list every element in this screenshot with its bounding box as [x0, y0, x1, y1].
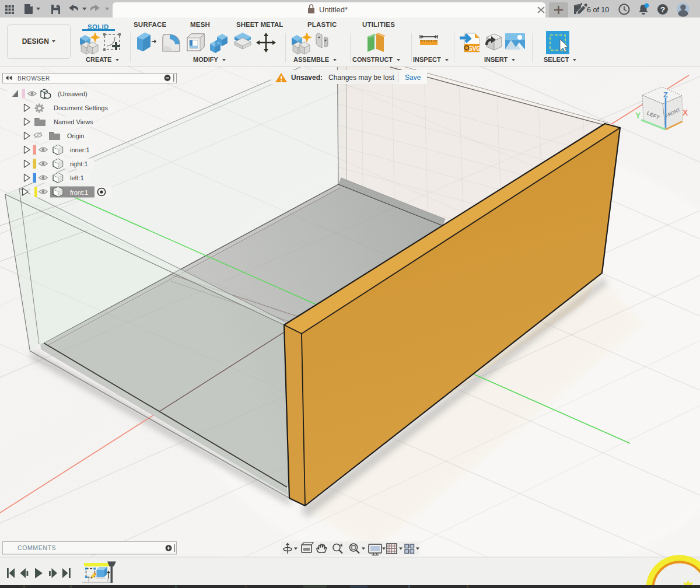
svg-text:Unsaved:: Unsaved:: [291, 74, 323, 82]
svg-text:Untitled*: Untitled*: [319, 5, 348, 14]
svg-text:Changes may be lost: Changes may be lost: [328, 74, 394, 82]
svg-text:(Unsaved): (Unsaved): [58, 90, 88, 97]
svg-text:COMMENTS: COMMENTS: [18, 544, 56, 551]
svg-text:?: ?: [660, 5, 665, 14]
svg-text:6 of 10: 6 of 10: [587, 6, 609, 14]
svg-text:inner:1: inner:1: [70, 146, 90, 153]
svg-text:front:1: front:1: [70, 189, 88, 196]
svg-text:BROWSER: BROWSER: [18, 75, 50, 82]
svg-text:Y: Y: [635, 111, 641, 120]
svg-text:Save: Save: [405, 74, 421, 82]
svg-text:Document Settings: Document Settings: [54, 104, 108, 111]
svg-text:X: X: [682, 108, 688, 117]
svg-text:Z: Z: [663, 90, 668, 99]
svg-text:left:1: left:1: [70, 174, 84, 181]
svg-text:Origin: Origin: [67, 132, 84, 139]
svg-text:SVG: SVG: [468, 46, 481, 52]
svg-text:right:1: right:1: [70, 160, 88, 167]
svg-text:Named Views: Named Views: [54, 118, 93, 125]
